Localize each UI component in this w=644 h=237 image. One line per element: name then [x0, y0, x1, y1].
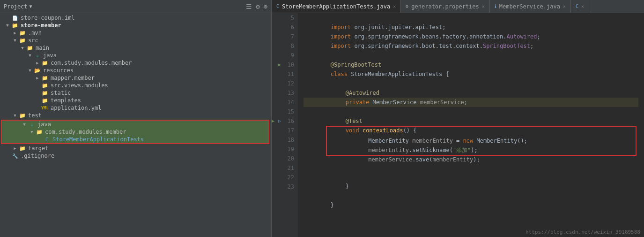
red-border-box: ▼ ☕ java ▼ 📁 com.study.modules.member C … [1, 120, 269, 144]
resources-icon: 📂 [34, 67, 41, 74]
gitignore-label: .gitignore [21, 153, 54, 159]
gutter-14: 14 [272, 98, 296, 107]
main-label: main [36, 45, 49, 51]
tree-item-java-test[interactable]: ▼ ☕ java [2, 121, 268, 128]
tab-java-icon-4: C [576, 4, 578, 9]
gutter-23: 23 [272, 182, 296, 191]
expand-test: ▼ [11, 113, 19, 118]
expand-main: ▼ [19, 46, 26, 50]
expand-java-main: ▼ [26, 53, 34, 58]
expand-src: ▼ [11, 38, 19, 43]
project-tree: 📄 store-coupon.iml ▼ 📁 store-member ▶ 📁 … [0, 13, 271, 237]
tree-item-store-coupon-iml[interactable]: 📄 store-coupon.iml [0, 14, 271, 22]
gutter-20: 20 [272, 154, 296, 163]
gutter-5: 5 [272, 13, 296, 23]
java-main-label: java [43, 52, 57, 59]
tree-item-target[interactable]: ▶ 📁 target [0, 145, 271, 152]
folder-icon-mvn: 📁 [19, 30, 26, 36]
expand-mvn: ▶ [11, 31, 19, 35]
tree-item-resources[interactable]: ▼ 📂 resources [0, 67, 271, 74]
gitignore-icon: 🔧 [11, 153, 19, 159]
gutter-11: 11 [272, 69, 296, 79]
editor-content: 5 6 7 8 9 ▶10 11 12 13 14 15 ▶▷16 17 18 … [272, 13, 644, 237]
gutter-18: 18 [272, 135, 296, 145]
folder-icon-src: 📁 [19, 37, 26, 44]
target-label: target [28, 145, 48, 152]
gutter-8: 8 [272, 41, 296, 51]
project-panel: Project ▼ ☰ ⚙ ⊕ 📄 store-coupon.iml ▼ 📁 s… [0, 0, 272, 237]
code-editor[interactable]: import org.junit.jupiter.api.Test; impor… [298, 13, 644, 237]
folder-icon-main: 📁 [26, 45, 34, 51]
expand-java-test: ▼ [21, 122, 28, 127]
store-member-label: store-member [21, 22, 61, 29]
editor-tabs: C StoreMemberApplicationTests.java ✕ ⚙ g… [272, 0, 644, 13]
static-label: static [51, 90, 71, 96]
gutter-22: 22 [272, 173, 296, 182]
tree-item-java-main[interactable]: ▼ ☕ java [0, 52, 271, 59]
tree-item-com-study-main[interactable]: ▶ 📁 com.study.modules.member [0, 59, 271, 67]
resources-label: resources [43, 67, 74, 74]
tab-close-generator[interactable]: ✕ [482, 4, 485, 9]
watermark: https://blog.csdn.net/weixin_39189588 [526, 229, 640, 235]
gutter-16: ▶▷16 [272, 116, 296, 126]
expand-icon[interactable]: ⊕ [264, 3, 267, 10]
tree-item-store-member[interactable]: ▼ 📁 store-member [0, 22, 271, 29]
tree-item-src-views[interactable]: 📁 src.views.modules [0, 82, 271, 89]
mvn-label: .mvn [28, 30, 42, 36]
project-header[interactable]: Project ▼ ☰ ⚙ ⊕ [0, 0, 271, 13]
tab-label-tests: StoreMemberApplicationTests.java [282, 3, 390, 10]
tree-item-com-study-test[interactable]: ▼ 📁 com.study.modules.member [2, 128, 268, 136]
folder-icon-src-views: 📁 [41, 82, 49, 89]
collapse-all-icon[interactable]: ☰ [246, 3, 252, 10]
mapper-label: mapper.member [51, 75, 95, 81]
run-icon-10[interactable]: ▶ [278, 60, 284, 69]
settings-icon[interactable]: ⚙ [256, 3, 259, 10]
tree-item-store-member-tests[interactable]: C StoreMemberApplicationTests [2, 136, 268, 143]
folder-icon-templates: 📁 [41, 97, 49, 104]
tab-generator-props[interactable]: ⚙ generator.properties ✕ [401, 0, 490, 13]
tab-member-service[interactable]: ℹ MemberService.java ✕ [490, 0, 571, 13]
gutter-6: 6 [272, 23, 296, 32]
code-line-20: } [303, 172, 638, 182]
gutter-15: 15 [272, 107, 296, 116]
tab-close-extra[interactable]: ✕ [581, 4, 584, 9]
com-study-test-label: com.study.modules.member [45, 129, 126, 135]
iml-label: store-coupon.iml [21, 15, 75, 21]
tree-item-mvn[interactable]: ▶ 📁 .mvn [0, 29, 271, 37]
project-header-icons: ☰ ⚙ ⊕ [246, 3, 267, 10]
src-views-label: src.views.modules [51, 82, 108, 89]
code-line-23 [303, 200, 638, 210]
yml-icon: YML [41, 105, 49, 111]
tree-item-src[interactable]: ▼ 📁 src [0, 37, 271, 44]
expand-resources: ▼ [26, 68, 34, 73]
folder-icon-static: 📁 [41, 90, 49, 96]
code-line-21 [303, 182, 638, 191]
tab-close-member-service[interactable]: ✕ [563, 4, 566, 9]
gutter-10: ▶10 [272, 60, 296, 69]
code-line-12: @Autowired [303, 79, 638, 88]
com-study-main-label: com.study.modules.member [51, 60, 132, 66]
tab-java-icon-3: ℹ [495, 4, 496, 9]
tree-item-application-yml[interactable]: YML application.yml [0, 104, 271, 112]
code-line-9: @SpringBootTest [303, 51, 638, 60]
tree-item-test[interactable]: ▼ 📁 test [0, 112, 271, 119]
project-title: Project [4, 3, 28, 10]
tab-extra[interactable]: C ✕ [571, 0, 589, 13]
gutter-19: 19 [272, 145, 296, 154]
package-icon-main: 📁 [41, 60, 49, 66]
project-dropdown-icon[interactable]: ▼ [30, 4, 32, 9]
tab-label-member-service: MemberService.java [499, 3, 560, 10]
tree-item-static[interactable]: 📁 static [0, 89, 271, 97]
tree-item-gitignore[interactable]: 🔧 .gitignore [0, 152, 271, 160]
tree-item-main[interactable]: ▼ 📁 main [0, 44, 271, 52]
tests-class-label: StoreMemberApplicationTests [52, 136, 144, 143]
tab-store-member-tests[interactable]: C StoreMemberApplicationTests.java ✕ [272, 0, 401, 13]
folder-icon-store-member: 📁 [11, 22, 19, 29]
tree-item-mapper-member[interactable]: ▶ 📁 mapper.member [0, 74, 271, 82]
run-icon-16[interactable]: ▶ [272, 116, 277, 126]
tab-close-tests[interactable]: ✕ [393, 4, 396, 9]
expand-store-member: ▼ [4, 23, 11, 28]
code-line-5: import org.junit.jupiter.api.Test; [303, 13, 638, 23]
tree-item-templates[interactable]: 📁 templates [0, 97, 271, 104]
folder-icon-mapper: 📁 [41, 75, 49, 81]
